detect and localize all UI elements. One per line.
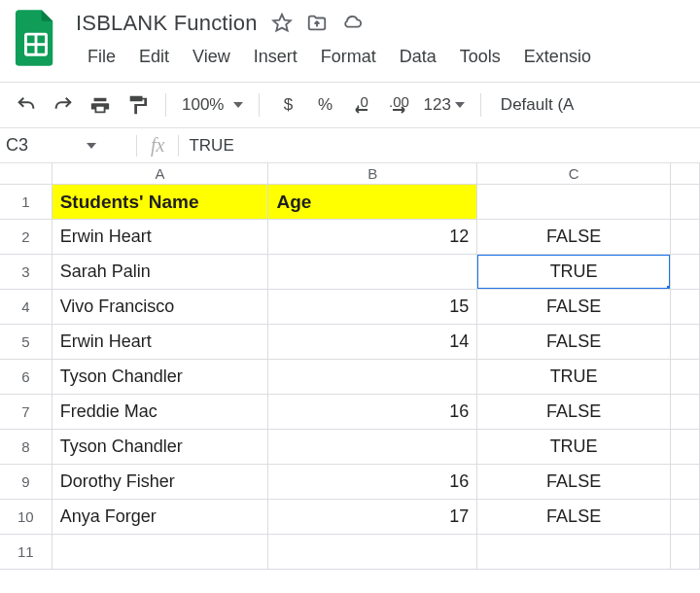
row-header[interactable]: 8: [0, 430, 52, 465]
cell-b9[interactable]: 16: [268, 465, 477, 500]
column-header-c[interactable]: C: [477, 163, 671, 185]
document-title[interactable]: ISBLANK Function: [76, 11, 258, 36]
cell-a7[interactable]: Freddie Mac: [52, 395, 269, 430]
cell-c8[interactable]: TRUE: [477, 430, 671, 465]
paint-format-button[interactable]: [124, 90, 150, 120]
undo-button[interactable]: [14, 90, 39, 120]
menu-bar: File Edit View Insert Format Data Tools …: [76, 41, 690, 72]
menu-format[interactable]: Format: [309, 43, 388, 71]
column-header-a[interactable]: A: [52, 163, 269, 185]
cell-c11[interactable]: [477, 535, 671, 570]
cell-b10[interactable]: 17: [268, 500, 477, 535]
toolbar-divider: [165, 93, 166, 117]
cell-d11[interactable]: [671, 535, 700, 570]
cell-b2[interactable]: 12: [268, 220, 477, 255]
cell-d4[interactable]: [671, 290, 700, 325]
cell-d8[interactable]: [671, 430, 700, 465]
toolbar-divider: [480, 93, 481, 117]
cell-d5[interactable]: [671, 325, 700, 360]
cell-c6[interactable]: TRUE: [477, 360, 671, 395]
menu-edit[interactable]: Edit: [127, 43, 181, 71]
cell-a4[interactable]: Vivo Francisco: [52, 290, 269, 325]
cell-c3[interactable]: TRUE: [477, 255, 671, 290]
formula-bar: C3 fx TRUE: [0, 128, 700, 163]
name-box[interactable]: C3: [2, 135, 56, 156]
cloud-status-icon[interactable]: [341, 13, 363, 34]
cell-b11[interactable]: [268, 535, 477, 570]
zoom-dropdown[interactable]: 100%: [182, 95, 243, 115]
cell-d3[interactable]: [671, 255, 700, 290]
menu-extensions[interactable]: Extensio: [512, 43, 603, 71]
star-icon[interactable]: [271, 13, 293, 34]
row-header[interactable]: 10: [0, 500, 52, 535]
redo-button[interactable]: [51, 90, 76, 120]
cell-a2[interactable]: Erwin Heart: [52, 220, 269, 255]
sheets-logo[interactable]: [14, 8, 58, 68]
cell-d1[interactable]: [671, 185, 700, 220]
cell-d7[interactable]: [671, 395, 700, 430]
menu-insert[interactable]: Insert: [242, 43, 309, 71]
select-all-corner[interactable]: [0, 163, 52, 185]
move-to-folder-icon[interactable]: [306, 13, 328, 34]
chevron-down-icon: [87, 143, 96, 149]
cell-a6[interactable]: Tyson Chandler: [52, 360, 269, 395]
app-header: ISBLANK Function File Edit View Insert F…: [0, 0, 700, 72]
row-header[interactable]: 6: [0, 360, 52, 395]
cell-c9[interactable]: FALSE: [477, 465, 671, 500]
chevron-down-icon: [233, 102, 243, 108]
cell-a3[interactable]: Sarah Palin: [52, 255, 269, 290]
menu-data[interactable]: Data: [388, 43, 448, 71]
cell-a8[interactable]: Tyson Chandler: [52, 430, 269, 465]
format-percent-button[interactable]: %: [312, 90, 337, 120]
menu-tools[interactable]: Tools: [448, 43, 512, 71]
formula-input[interactable]: TRUE: [179, 136, 233, 156]
menu-file[interactable]: File: [76, 43, 127, 71]
cell-b4[interactable]: 15: [268, 290, 477, 325]
font-dropdown[interactable]: Default (A: [497, 95, 575, 115]
row-header[interactable]: 3: [0, 255, 52, 290]
cell-d2[interactable]: [671, 220, 700, 255]
cell-d10[interactable]: [671, 500, 700, 535]
cell-b6[interactable]: [268, 360, 477, 395]
row-header[interactable]: 1: [0, 185, 52, 220]
cell-d9[interactable]: [671, 465, 700, 500]
cell-a10[interactable]: Anya Forger: [52, 500, 269, 535]
cell-b7[interactable]: 16: [268, 395, 477, 430]
row-header[interactable]: 9: [0, 465, 52, 500]
cell-b5[interactable]: 14: [268, 325, 477, 360]
cell-a9[interactable]: Dorothy Fisher: [52, 465, 269, 500]
row-header[interactable]: 4: [0, 290, 52, 325]
decrease-decimal-button[interactable]: .0: [349, 90, 374, 120]
cell-c4[interactable]: FALSE: [477, 290, 671, 325]
row-header[interactable]: 2: [0, 220, 52, 255]
row-header[interactable]: 7: [0, 395, 52, 430]
cell-c1[interactable]: [477, 185, 671, 220]
cell-c7[interactable]: FALSE: [477, 395, 671, 430]
more-formats-dropdown[interactable]: 123: [423, 90, 464, 120]
row-header[interactable]: 11: [0, 535, 52, 570]
print-button[interactable]: [88, 90, 113, 120]
cell-c2[interactable]: FALSE: [477, 220, 671, 255]
format-currency-button[interactable]: $: [275, 90, 300, 120]
cell-b3[interactable]: [268, 255, 477, 290]
zoom-value: 100%: [182, 95, 224, 115]
cell-a5[interactable]: Erwin Heart: [52, 325, 269, 360]
fx-icon: fx: [137, 134, 178, 157]
row-header[interactable]: 5: [0, 325, 52, 360]
cell-c5[interactable]: FALSE: [477, 325, 671, 360]
cell-d6[interactable]: [671, 360, 700, 395]
cell-b1[interactable]: Age: [268, 185, 477, 220]
column-header-b[interactable]: B: [268, 163, 477, 185]
spreadsheet-grid: A B C 1 Students' Name Age 2 Erwin Heart…: [0, 163, 700, 570]
toolbar-divider: [259, 93, 260, 117]
cell-a11[interactable]: [52, 535, 269, 570]
cell-b8[interactable]: [268, 430, 477, 465]
cell-c10[interactable]: FALSE: [477, 500, 671, 535]
cell-a1[interactable]: Students' Name: [52, 185, 269, 220]
selection-handle[interactable]: [667, 286, 671, 290]
toolbar: 100% $ % .0 .00 123 Default (A: [0, 82, 700, 128]
increase-decimal-button[interactable]: .00: [386, 90, 411, 120]
menu-view[interactable]: View: [181, 43, 242, 71]
chevron-down-icon: [455, 102, 465, 108]
column-header-d[interactable]: [671, 163, 700, 185]
